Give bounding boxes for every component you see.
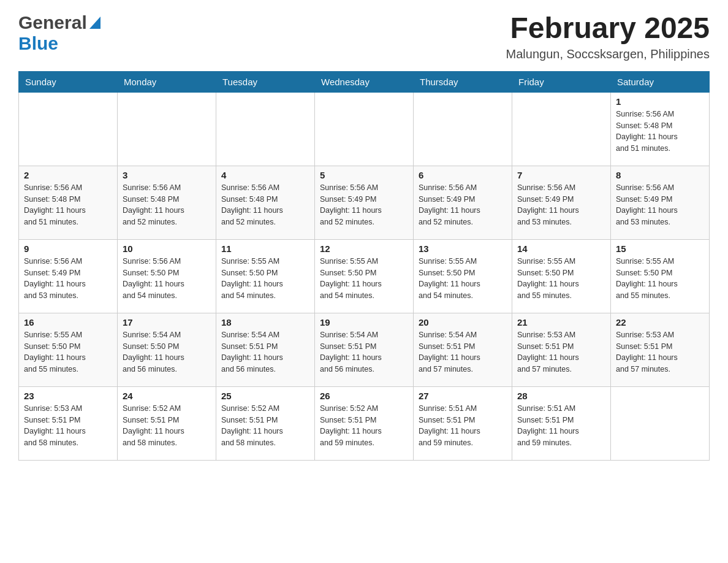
day-number: 25 (221, 391, 309, 401)
calendar-header-row: SundayMondayTuesdayWednesdayThursdayFrid… (19, 71, 710, 92)
day-info: Sunrise: 5:56 AM Sunset: 5:50 PM Dayligh… (123, 256, 211, 302)
calendar-cell: 27Sunrise: 5:51 AM Sunset: 5:51 PM Dayli… (414, 386, 512, 460)
day-header-saturday: Saturday (611, 71, 710, 92)
day-info: Sunrise: 5:55 AM Sunset: 5:50 PM Dayligh… (320, 256, 408, 302)
day-number: 8 (616, 170, 704, 180)
calendar-cell: 22Sunrise: 5:53 AM Sunset: 5:51 PM Dayli… (611, 313, 710, 386)
day-info: Sunrise: 5:55 AM Sunset: 5:50 PM Dayligh… (517, 256, 605, 302)
day-number: 21 (517, 317, 605, 327)
calendar-cell: 14Sunrise: 5:55 AM Sunset: 5:50 PM Dayli… (512, 239, 611, 313)
calendar-cell: 1Sunrise: 5:56 AM Sunset: 5:48 PM Daylig… (611, 92, 710, 166)
day-header-friday: Friday (512, 71, 611, 92)
calendar-cell (118, 92, 216, 166)
day-number: 23 (24, 391, 112, 401)
calendar-cell: 17Sunrise: 5:54 AM Sunset: 5:50 PM Dayli… (118, 313, 216, 386)
day-info: Sunrise: 5:56 AM Sunset: 5:49 PM Dayligh… (320, 182, 408, 228)
day-info: Sunrise: 5:53 AM Sunset: 5:51 PM Dayligh… (616, 329, 704, 375)
calendar-cell: 2Sunrise: 5:56 AM Sunset: 5:48 PM Daylig… (19, 166, 118, 239)
title-section: February 2025 Malungun, Soccsksargen, Ph… (506, 12, 710, 61)
day-info: Sunrise: 5:55 AM Sunset: 5:50 PM Dayligh… (616, 256, 704, 302)
day-info: Sunrise: 5:51 AM Sunset: 5:51 PM Dayligh… (419, 403, 507, 449)
day-number: 2 (24, 170, 112, 180)
calendar-cell: 28Sunrise: 5:51 AM Sunset: 5:51 PM Dayli… (512, 386, 611, 460)
calendar-cell (19, 92, 118, 166)
day-info: Sunrise: 5:56 AM Sunset: 5:48 PM Dayligh… (616, 109, 704, 155)
day-info: Sunrise: 5:52 AM Sunset: 5:51 PM Dayligh… (221, 403, 309, 449)
day-number: 7 (517, 170, 605, 180)
calendar-cell (414, 92, 512, 166)
day-number: 26 (320, 391, 408, 401)
calendar-cell: 15Sunrise: 5:55 AM Sunset: 5:50 PM Dayli… (611, 239, 710, 313)
calendar-cell: 9Sunrise: 5:56 AM Sunset: 5:49 PM Daylig… (19, 239, 118, 313)
day-info: Sunrise: 5:54 AM Sunset: 5:51 PM Dayligh… (221, 329, 309, 375)
calendar-cell (315, 92, 414, 166)
day-number: 20 (419, 317, 507, 327)
day-number: 10 (123, 243, 211, 254)
day-number: 24 (123, 391, 211, 401)
calendar-cell: 7Sunrise: 5:56 AM Sunset: 5:49 PM Daylig… (512, 166, 611, 239)
calendar-cell: 13Sunrise: 5:55 AM Sunset: 5:50 PM Dayli… (414, 239, 512, 313)
calendar-cell: 24Sunrise: 5:52 AM Sunset: 5:51 PM Dayli… (118, 386, 216, 460)
day-info: Sunrise: 5:52 AM Sunset: 5:51 PM Dayligh… (320, 403, 408, 449)
day-number: 27 (419, 391, 507, 401)
calendar-table: SundayMondayTuesdayWednesdayThursdayFrid… (18, 71, 710, 461)
day-header-wednesday: Wednesday (315, 71, 414, 92)
calendar-cell (512, 92, 611, 166)
calendar-week-row: 1Sunrise: 5:56 AM Sunset: 5:48 PM Daylig… (19, 92, 710, 166)
day-number: 6 (419, 170, 507, 180)
day-number: 3 (123, 170, 211, 180)
logo-arrow-icon (89, 17, 100, 31)
calendar-week-row: 16Sunrise: 5:55 AM Sunset: 5:50 PM Dayli… (19, 313, 710, 386)
day-number: 17 (123, 317, 211, 327)
day-header-thursday: Thursday (414, 71, 512, 92)
logo-general-text: General (18, 12, 87, 33)
day-info: Sunrise: 5:56 AM Sunset: 5:48 PM Dayligh… (24, 182, 112, 228)
day-number: 19 (320, 317, 408, 327)
calendar-cell: 12Sunrise: 5:55 AM Sunset: 5:50 PM Dayli… (315, 239, 414, 313)
day-info: Sunrise: 5:54 AM Sunset: 5:50 PM Dayligh… (123, 329, 211, 375)
calendar-cell: 4Sunrise: 5:56 AM Sunset: 5:48 PM Daylig… (216, 166, 315, 239)
calendar-cell: 11Sunrise: 5:55 AM Sunset: 5:50 PM Dayli… (216, 239, 315, 313)
calendar-cell: 25Sunrise: 5:52 AM Sunset: 5:51 PM Dayli… (216, 386, 315, 460)
calendar-title: February 2025 (506, 12, 710, 45)
day-header-monday: Monday (118, 71, 216, 92)
day-number: 16 (24, 317, 112, 327)
calendar-subtitle: Malungun, Soccsksargen, Philippines (506, 47, 710, 61)
svg-marker-0 (89, 17, 100, 29)
day-info: Sunrise: 5:53 AM Sunset: 5:51 PM Dayligh… (24, 403, 112, 449)
day-info: Sunrise: 5:56 AM Sunset: 5:49 PM Dayligh… (517, 182, 605, 228)
day-info: Sunrise: 5:52 AM Sunset: 5:51 PM Dayligh… (123, 403, 211, 449)
calendar-cell: 18Sunrise: 5:54 AM Sunset: 5:51 PM Dayli… (216, 313, 315, 386)
day-info: Sunrise: 5:56 AM Sunset: 5:49 PM Dayligh… (24, 256, 112, 302)
day-number: 9 (24, 243, 112, 254)
calendar-cell (611, 386, 710, 460)
calendar-cell: 26Sunrise: 5:52 AM Sunset: 5:51 PM Dayli… (315, 386, 414, 460)
calendar-week-row: 2Sunrise: 5:56 AM Sunset: 5:48 PM Daylig… (19, 166, 710, 239)
day-info: Sunrise: 5:56 AM Sunset: 5:48 PM Dayligh… (221, 182, 309, 228)
calendar-cell: 21Sunrise: 5:53 AM Sunset: 5:51 PM Dayli… (512, 313, 611, 386)
day-number: 15 (616, 243, 704, 254)
day-number: 14 (517, 243, 605, 254)
day-number: 12 (320, 243, 408, 254)
calendar-cell: 10Sunrise: 5:56 AM Sunset: 5:50 PM Dayli… (118, 239, 216, 313)
calendar-cell: 20Sunrise: 5:54 AM Sunset: 5:51 PM Dayli… (414, 313, 512, 386)
day-info: Sunrise: 5:51 AM Sunset: 5:51 PM Dayligh… (517, 403, 605, 449)
day-info: Sunrise: 5:56 AM Sunset: 5:49 PM Dayligh… (616, 182, 704, 228)
logo-blue-text: Blue (18, 33, 58, 53)
calendar-cell: 16Sunrise: 5:55 AM Sunset: 5:50 PM Dayli… (19, 313, 118, 386)
calendar-cell (216, 92, 315, 166)
day-number: 22 (616, 317, 704, 327)
page-header: General Blue February 2025 Malungun, Soc… (18, 12, 710, 61)
day-number: 4 (221, 170, 309, 180)
day-number: 18 (221, 317, 309, 327)
calendar-cell: 23Sunrise: 5:53 AM Sunset: 5:51 PM Dayli… (19, 386, 118, 460)
day-info: Sunrise: 5:56 AM Sunset: 5:48 PM Dayligh… (123, 182, 211, 228)
day-number: 28 (517, 391, 605, 401)
day-header-sunday: Sunday (19, 71, 118, 92)
calendar-week-row: 9Sunrise: 5:56 AM Sunset: 5:49 PM Daylig… (19, 239, 710, 313)
calendar-cell: 8Sunrise: 5:56 AM Sunset: 5:49 PM Daylig… (611, 166, 710, 239)
logo: General Blue (18, 12, 100, 54)
calendar-cell: 19Sunrise: 5:54 AM Sunset: 5:51 PM Dayli… (315, 313, 414, 386)
day-info: Sunrise: 5:55 AM Sunset: 5:50 PM Dayligh… (221, 256, 309, 302)
day-number: 5 (320, 170, 408, 180)
